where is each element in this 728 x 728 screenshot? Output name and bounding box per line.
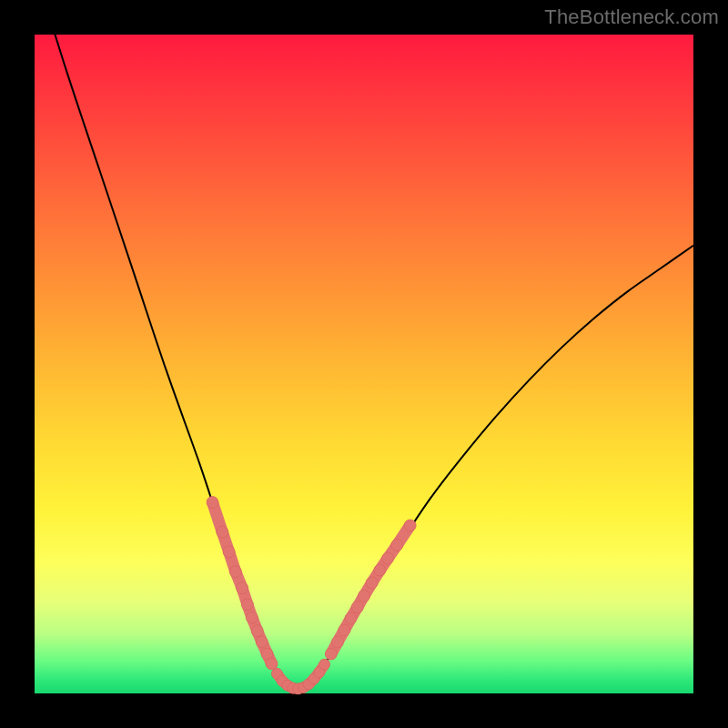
curve-marker — [374, 564, 386, 576]
curve-marker — [319, 659, 330, 670]
curve-marker — [246, 612, 258, 623]
curve-marker — [237, 582, 248, 594]
curve-marker — [241, 599, 253, 611]
curve-marker — [345, 612, 357, 624]
curve-marker — [217, 526, 228, 538]
curve-marker — [207, 497, 218, 509]
curve-marker — [391, 540, 403, 551]
curve-marker — [332, 636, 344, 648]
plot-area — [35, 35, 693, 693]
curve-marker — [339, 624, 350, 636]
curve-marker — [404, 520, 416, 531]
curve-marker — [266, 658, 278, 670]
curve-marker — [382, 552, 394, 564]
marker-layer — [207, 497, 416, 694]
curve-marker — [359, 590, 370, 602]
curve-marker — [366, 577, 378, 589]
curve-svg — [35, 35, 693, 693]
chart-stage: TheBottleneck.com — [0, 0, 728, 728]
curve-marker — [325, 648, 337, 660]
curve-marker — [351, 602, 363, 613]
curve-marker — [223, 546, 235, 558]
curve-marker — [229, 566, 241, 578]
curve-marker — [251, 625, 263, 637]
watermark-text: TheBottleneck.com — [544, 5, 719, 29]
curve-marker — [256, 636, 268, 648]
